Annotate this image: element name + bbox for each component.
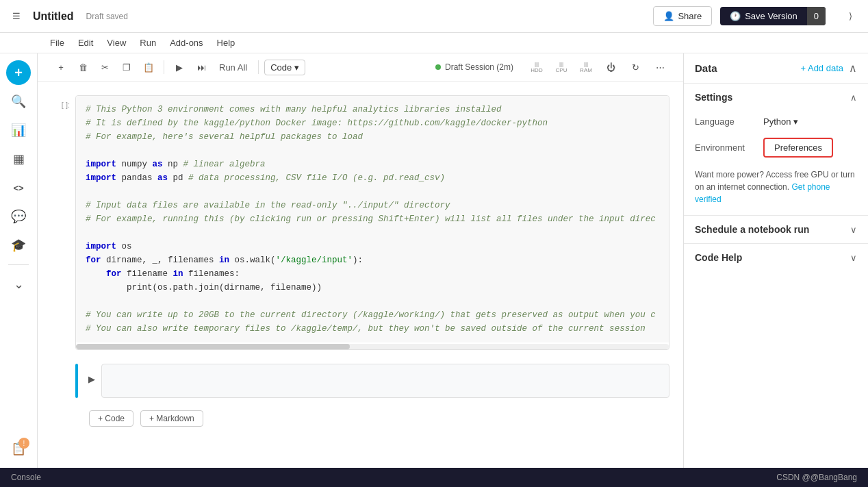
add-code-cell-button[interactable]: + Code	[89, 410, 133, 427]
clock-icon: 🕐	[730, 11, 741, 21]
settings-header[interactable]: Settings ∧	[684, 84, 868, 111]
sidebar-notification-wrap: 📋 !	[6, 436, 31, 461]
sidebar-code-icon[interactable]: <>	[6, 175, 31, 200]
sidebar-comment-icon[interactable]: 💬	[6, 204, 31, 229]
settings-section: Settings ∧ Language Python ▾ Environment…	[684, 84, 868, 216]
delete-cell-button[interactable]: 🗑	[73, 58, 92, 77]
power-button[interactable]: ⏻	[601, 58, 620, 77]
notebook-area: [ ]: # This Python 3 environment comes w…	[38, 82, 683, 468]
right-panel-header-actions: + Add data ∧	[800, 62, 857, 75]
code-import-1: import	[86, 160, 116, 169]
collapse-sidebar-button[interactable]: ⟩	[839, 5, 861, 27]
code-help-title: Code Help	[695, 252, 742, 263]
menu-file[interactable]: File	[44, 36, 70, 50]
person-icon: 👤	[663, 11, 674, 21]
right-panel: Data + Add data ∧ Settings ∧ Language Py…	[683, 53, 868, 468]
toolbar-divider-2	[258, 60, 259, 74]
sidebar-table-icon[interactable]: ▦	[6, 147, 31, 171]
menu-run[interactable]: Run	[134, 36, 162, 50]
watermark: CSDN @@BangBang	[776, 473, 857, 482]
cell-2-number	[51, 364, 75, 369]
save-version-count: 0	[807, 7, 826, 25]
copy-cell-button[interactable]: ❐	[117, 58, 136, 77]
more-options-button[interactable]: ⋯	[650, 58, 669, 77]
right-panel-chevron-up-icon[interactable]: ∧	[849, 62, 857, 75]
run-all-button[interactable]: Run All	[214, 60, 253, 75]
toolbar: + 🗑 ✂ ❐ 📋 ▶ ⏭ Run All Code ▾ Draft Sessi…	[38, 53, 683, 82]
cpu-indicator: ||| CPU	[552, 61, 571, 73]
paste-cell-button[interactable]: 📋	[139, 58, 158, 77]
cell-type-select[interactable]: Code ▾	[264, 60, 305, 75]
preferences-button[interactable]: Preferences	[763, 138, 833, 158]
draft-saved-status: Draft saved	[86, 12, 128, 21]
code-comment-1: # This Python 3 environment comes with m…	[86, 105, 502, 114]
code-comment-2: # It is defined by the kaggle/python Doc…	[86, 118, 548, 128]
schedule-section: Schedule a notebook run ∨	[684, 216, 868, 244]
menu-view[interactable]: View	[101, 36, 131, 50]
console-label[interactable]: Console	[11, 473, 41, 482]
sidebar-chevron-icon[interactable]: ⌄	[6, 272, 31, 297]
sidebar-add-icon[interactable]: +	[6, 60, 31, 85]
cell-1-content[interactable]: # This Python 3 environment comes with m…	[75, 95, 669, 350]
settings-info-text: Want more power? Access free GPU or turn…	[684, 163, 868, 215]
bottom-bar: Console CSDN @@BangBang	[0, 468, 868, 487]
cell-2-active-bar	[75, 364, 78, 398]
cut-cell-button[interactable]: ✂	[95, 58, 114, 77]
menu-icon[interactable]: ☰	[7, 7, 26, 26]
cell-1-code[interactable]: # This Python 3 environment comes with m…	[76, 96, 669, 342]
cell-2-inner: ▶	[75, 364, 669, 398]
notebook-container: + 🗑 ✂ ❐ 📋 ▶ ⏭ Run All Code ▾ Draft Sessi…	[38, 53, 683, 468]
top-bar-actions: 👤 Share 🕐 Save Version 0 ⟩	[653, 5, 861, 27]
ram-indicator: ||| RAM	[576, 61, 596, 73]
language-select[interactable]: Python ▾	[763, 116, 798, 127]
add-markdown-cell-button[interactable]: + Markdown	[140, 410, 203, 427]
main-layout: + 🔍 📊 ▦ <> 💬 🎓 ⌄ 📋 ! + 🗑 ✂ ❐ 📋 ▶ ⏭	[0, 53, 868, 468]
cell-2-content[interactable]	[101, 364, 669, 398]
run-all-button-icon[interactable]: ⏭	[192, 58, 211, 77]
cell-1-scrollbar-thumb	[76, 344, 350, 349]
sidebar-search-icon[interactable]: 🔍	[6, 89, 31, 114]
cell-2-wrapper: ▶	[38, 357, 683, 405]
settings-title: Settings	[695, 92, 732, 103]
session-indicator: Draft Session (2m)	[435, 62, 513, 72]
cell-1-scrollbar[interactable]	[76, 344, 669, 349]
environment-label: Environment	[695, 142, 756, 153]
add-cell-toolbar-button[interactable]: +	[51, 58, 71, 77]
refresh-button[interactable]: ↻	[626, 58, 645, 77]
share-button[interactable]: 👤 Share	[653, 6, 712, 26]
right-panel-title: Data	[695, 62, 717, 74]
hdd-indicator: ||| HDD	[527, 61, 546, 73]
add-data-button[interactable]: + Add data	[800, 63, 843, 73]
code-help-section: Code Help ∨	[684, 244, 868, 271]
menu-edit[interactable]: Edit	[73, 36, 99, 50]
schedule-chevron-icon: ∨	[850, 225, 857, 235]
cell-2-run-button[interactable]: ▶	[82, 369, 101, 388]
notification-badge: !	[18, 438, 29, 449]
notebook-title: Untitled	[33, 10, 74, 23]
settings-environment-row: Environment Preferences	[684, 132, 868, 163]
settings-chevron-icon: ∧	[850, 92, 857, 103]
schedule-header[interactable]: Schedule a notebook run ∨	[684, 216, 868, 243]
add-cell-row: + Code + Markdown	[38, 405, 683, 432]
language-chevron-icon: ▾	[793, 116, 798, 127]
run-cell-button[interactable]: ▶	[170, 58, 189, 77]
code-help-header[interactable]: Code Help ∨	[684, 244, 868, 271]
toolbar-right: ||| HDD ||| CPU ||| RAM ⏻ ↻ ⋯	[527, 58, 669, 77]
top-bar: ☰ Untitled Draft saved 👤 Share 🕐 Save Ve…	[0, 0, 868, 33]
language-label: Language	[695, 116, 756, 127]
code-comment-3: # For example, here's several helpful pa…	[86, 132, 363, 142]
menu-addons[interactable]: Add-ons	[164, 36, 208, 50]
cell-type-chevron-icon: ▾	[294, 62, 299, 73]
session-dot	[435, 64, 441, 70]
settings-language-row: Language Python ▾	[684, 111, 868, 132]
sidebar-chart-icon[interactable]: 📊	[6, 118, 31, 142]
cell-1-wrapper: [ ]: # This Python 3 environment comes w…	[38, 95, 683, 357]
menu-help[interactable]: Help	[212, 36, 241, 50]
right-panel-header: Data + Add data ∧	[684, 53, 868, 84]
left-sidebar: + 🔍 📊 ▦ <> 💬 🎓 ⌄ 📋 !	[0, 53, 38, 468]
cell-1-number: [ ]:	[51, 95, 75, 109]
save-version-button[interactable]: 🕐 Save Version 0	[720, 7, 826, 25]
save-version-text: 🕐 Save Version	[720, 7, 807, 25]
code-help-chevron-icon: ∨	[850, 253, 857, 263]
sidebar-learn-icon[interactable]: 🎓	[6, 233, 31, 258]
